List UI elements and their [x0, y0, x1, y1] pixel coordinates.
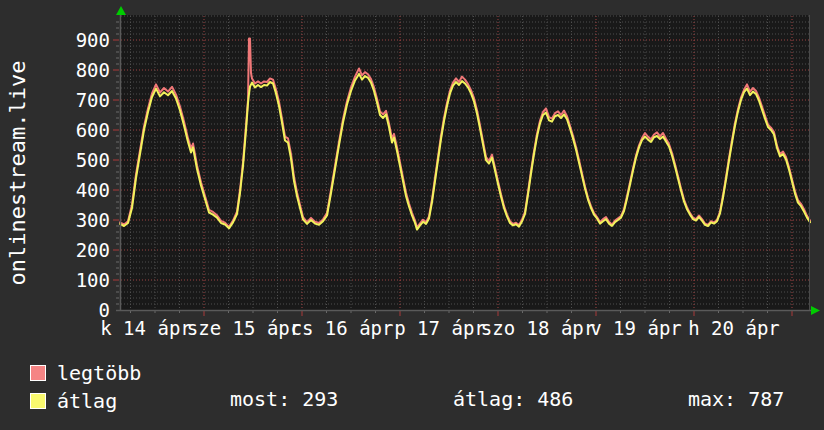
rrd-graph: onlinestream.live 0100200300400500600700…	[0, 0, 824, 430]
y-tick-label-100: 100	[30, 270, 110, 290]
y-tick-label-400: 400	[30, 180, 110, 200]
stat-most: most:293	[230, 389, 338, 409]
stat-atlag-value: 486	[537, 387, 573, 411]
y-tick-label-200: 200	[30, 240, 110, 260]
y-tick-label-800: 800	[30, 60, 110, 80]
x-tick-label-6: h 20 ápr	[688, 317, 780, 339]
x-tick-label-2: cs 16 ápr	[291, 317, 394, 339]
y-tick-label-0: 0	[30, 300, 110, 320]
stat-max-label: max:	[688, 387, 736, 411]
x-tick-label-5: v 19 ápr	[590, 317, 682, 339]
legend-swatch-legtobb	[30, 365, 46, 381]
x-axis-arrow-icon	[811, 306, 820, 315]
stat-most-value: 293	[302, 387, 338, 411]
stat-max-value: 787	[748, 387, 784, 411]
y-tick-label-500: 500	[30, 150, 110, 170]
y-tick-label-300: 300	[30, 210, 110, 230]
chart-canvas	[120, 15, 810, 310]
x-tick-label-3: p 17 ápr	[394, 317, 486, 339]
stat-most-label: most:	[230, 387, 290, 411]
legend-label-legtobb: legtöbb	[57, 363, 141, 383]
x-tick-label-4: szo 18 ápr	[481, 317, 595, 339]
x-tick-label-1: sze 15 ápr	[187, 317, 301, 339]
y-tick-label-900: 900	[30, 30, 110, 50]
y-tick-label-700: 700	[30, 90, 110, 110]
y-tick-label-600: 600	[30, 120, 110, 140]
stat-atlag: átlag:486	[453, 389, 573, 409]
legend-swatch-atlag	[30, 393, 46, 409]
x-tick-label-0: k 14 ápr	[100, 317, 192, 339]
stat-max: max:787	[688, 389, 784, 409]
vertical-axis-title: onlinestream.live	[5, 60, 30, 285]
legend-label-atlag: átlag	[57, 391, 117, 411]
y-axis-arrow-icon	[116, 6, 126, 15]
stat-atlag-label: átlag:	[453, 387, 525, 411]
